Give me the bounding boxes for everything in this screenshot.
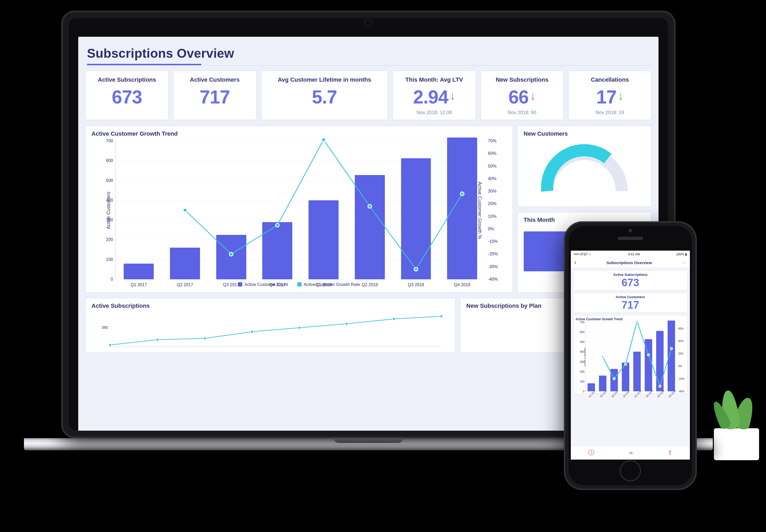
panel-active-subscriptions: Active Subscriptions 580: [85, 298, 455, 352]
y-tick-right: -40%: [488, 277, 498, 282]
kpi-card-avg-ltv[interactable]: This Month: Avg LTV 2.94↓ Nov 2018: 12.0…: [393, 71, 476, 120]
status-battery: 100% ▮: [676, 252, 687, 256]
phone-navbar: ‹ Subscriptions Overview ☆: [571, 257, 690, 268]
trend-down-icon: ↓: [530, 89, 536, 102]
y-tick-left: 700: [106, 139, 113, 143]
favorite-icon[interactable]: ☆: [682, 260, 686, 265]
svg-point-4: [368, 205, 372, 208]
svg-point-5: [414, 267, 418, 271]
svg-point-16: [613, 378, 615, 380]
kpi-label: Avg Customer Lifetime in months: [266, 76, 383, 83]
x-tick: Q4 2017: [269, 282, 285, 287]
kpi-card-new-subscriptions[interactable]: New Subscriptions 66↓ Nov 2018: 90: [481, 71, 564, 120]
kpi-row: Active Subscriptions 673 Active Customer…: [85, 71, 651, 120]
y-tick-right: 10%: [488, 214, 497, 219]
y-tick-left: 400: [106, 198, 113, 203]
panel-title: Active Subscriptions: [91, 302, 449, 309]
phone-kpi-active-subscriptions[interactable]: Active Subscriptions 673: [573, 270, 688, 290]
svg-point-10: [251, 330, 253, 333]
panel-title: Active Customer Growth Trend: [91, 130, 507, 137]
kpi-subtext: Nov 2018: 12.08: [398, 110, 471, 115]
svg-point-8: [156, 338, 159, 341]
phone-screen: ••••• AT&T ᯤ 9:41 AM 100% ▮ ‹ Subscripti…: [571, 251, 690, 460]
x-tick: Q4 2018: [454, 282, 470, 287]
svg-point-17: [625, 363, 627, 365]
kpi-label: Active Subscriptions: [575, 273, 686, 277]
growth-chart[interactable]: 0100200300400500600700-40%-30%-20%-10%0%…: [115, 141, 485, 280]
gauge-chart[interactable]: [524, 140, 645, 196]
svg-point-19: [647, 354, 650, 356]
y-tick-left: 500: [106, 178, 113, 183]
svg-point-12: [345, 322, 348, 325]
svg-point-11: [298, 326, 301, 329]
panel-new-customers: New Customers: [518, 126, 651, 207]
kpi-value: 673: [575, 277, 686, 289]
x-tick: Q1 2018: [315, 282, 332, 287]
y-tick-left: 0: [111, 277, 113, 282]
y-tick-right: -30%: [488, 264, 498, 269]
home-button[interactable]: [620, 460, 641, 481]
kpi-value: 717: [575, 299, 686, 311]
phone-speaker: [618, 237, 643, 240]
trend-up-icon: ↓: [618, 89, 623, 102]
svg-point-6: [460, 192, 464, 196]
svg-point-3: [322, 138, 326, 142]
back-button[interactable]: ‹: [574, 259, 576, 266]
y-tick-left: 600: [106, 158, 113, 163]
phone-growth-chart[interactable]: 0100200300400500600700-40%-20%0%20%40%60…: [585, 322, 677, 392]
kpi-value: 17↓: [573, 86, 646, 108]
y-tick-right: -20%: [488, 252, 498, 256]
phone-kpi-active-customers[interactable]: Active Customers 717: [573, 293, 688, 313]
y-tick-right: 40%: [488, 176, 497, 181]
x-tick: Q1 2017: [131, 282, 147, 287]
svg-point-14: [440, 315, 443, 318]
carrier-text: ••••• AT&T ᯤ: [574, 252, 592, 256]
kpi-value: 66↓: [486, 86, 559, 108]
y-tick-right: 60%: [488, 151, 497, 156]
svg-point-15: [602, 356, 604, 358]
y-tick-left: 200: [106, 237, 113, 242]
y-tick-left: 300: [106, 218, 113, 222]
panel-growth-trend: Active Customer Growth Trend Active Cust…: [85, 126, 513, 293]
y-tick-left: 100: [106, 257, 113, 262]
phone-camera: [628, 229, 632, 232]
y-tick-right: -10%: [488, 239, 498, 244]
kpi-card-active-subscriptions[interactable]: Active Subscriptions 673: [85, 71, 168, 120]
phone-frame: ••••• AT&T ᯤ 9:41 AM 100% ▮ ‹ Subscripti…: [564, 221, 697, 490]
status-time: 9:41 AM: [628, 252, 640, 256]
export-icon[interactable]: ⇪: [668, 449, 672, 456]
stage: Subscriptions Overview Active Subscripti…: [0, 0, 766, 532]
laptop-camera: [366, 20, 371, 25]
phone-tabbar: ⓘ ⫘ ⇪: [571, 446, 690, 459]
svg-point-20: [659, 385, 661, 387]
kpi-label: Cancellations: [573, 76, 646, 83]
y-tick-right: 70%: [488, 139, 497, 143]
x-tick: Q2 2017: [177, 282, 193, 287]
phone-panel-growth-trend: Active Customer Growth Trend Active Cust…: [573, 315, 688, 394]
kpi-subtext: Nov 2018: 19: [573, 110, 646, 115]
y-axis-left-label: Active Customers: [106, 192, 111, 229]
svg-point-13: [393, 318, 395, 320]
trend-down-icon: ↓: [449, 89, 455, 102]
kpi-label: This Month: Avg LTV: [398, 76, 471, 83]
svg-point-1: [229, 252, 233, 256]
info-icon[interactable]: ⓘ: [588, 449, 594, 457]
kpi-label: Active Customers: [178, 76, 251, 83]
kpi-value: 2.94↓: [398, 86, 471, 108]
kpi-value: 717: [178, 86, 251, 108]
kpi-label: Active Customers: [575, 295, 686, 299]
phone-status-bar: ••••• AT&T ᯤ 9:41 AM 100% ▮: [571, 251, 690, 257]
kpi-card-active-customers[interactable]: Active Customers 717: [173, 71, 256, 120]
svg-point-2: [276, 223, 279, 227]
svg-point-18: [636, 321, 638, 323]
active-subscriptions-chart[interactable]: 580: [110, 315, 441, 347]
kpi-card-cancellations[interactable]: Cancellations 17↓ Nov 2018: 19: [568, 71, 651, 120]
page-title: Subscriptions Overview: [87, 46, 651, 61]
svg-point-7: [109, 344, 111, 346]
kpi-card-avg-lifetime[interactable]: Avg Customer Lifetime in months 5.7: [261, 71, 388, 120]
kpi-subtext: Nov 2018: 90: [486, 110, 559, 115]
kpi-value: 5.7: [266, 86, 383, 108]
x-tick: Q2 2018: [362, 282, 378, 287]
svg-point-0: [183, 208, 187, 212]
share-icon[interactable]: ⫘: [628, 450, 633, 456]
